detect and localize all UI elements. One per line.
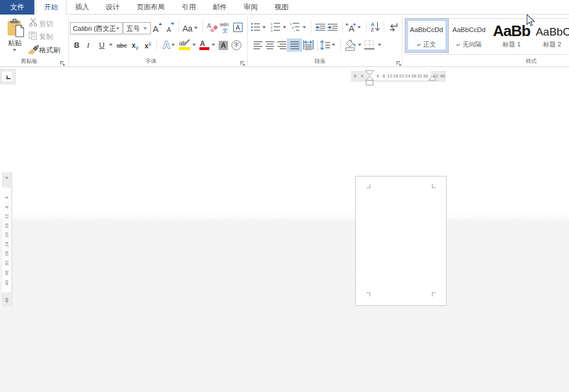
svg-text:A: A: [163, 40, 170, 50]
svg-text:3: 3: [271, 29, 273, 33]
svg-text:A: A: [349, 24, 354, 33]
svg-text:i: i: [294, 29, 294, 33]
svg-text:Z: Z: [371, 27, 374, 33]
